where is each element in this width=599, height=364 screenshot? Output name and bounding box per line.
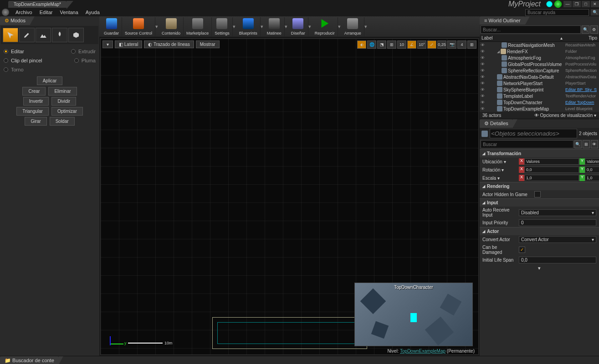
outliner-view-options[interactable]: 👁 Opciones de visualización ▾: [534, 113, 596, 118]
notification-icon[interactable]: [546, 1, 553, 7]
save-button[interactable]: Guardar: [101, 17, 122, 36]
priority-input[interactable]: [519, 219, 596, 226]
extrude-radio[interactable]: Extrudir: [71, 48, 96, 55]
outliner-tab[interactable]: ≡ World Outliner: [480, 16, 525, 25]
menu-file[interactable]: Archivo: [12, 9, 36, 16]
clip-radio[interactable]: Clip del pincel: [4, 57, 42, 64]
outliner-col-type[interactable]: Tipo: [564, 35, 597, 40]
weld-button[interactable]: Soldar: [50, 117, 75, 126]
matinee-button[interactable]: Matinee: [264, 17, 285, 36]
outliner-search-icon[interactable]: 🔍: [582, 25, 589, 34]
camera-speed-icon[interactable]: 📷: [447, 40, 456, 49]
divide-button[interactable]: Dividir: [51, 97, 76, 106]
pen-radio[interactable]: Pluma: [74, 57, 96, 64]
restore-button[interactable]: ❐: [573, 1, 581, 7]
visibility-eye-icon[interactable]: 👁: [481, 68, 486, 73]
hidden-checkbox[interactable]: [534, 191, 541, 197]
scale-snap-icon[interactable]: ⤢: [427, 40, 436, 49]
location-y-input[interactable]: [585, 158, 599, 165]
details-tab[interactable]: ⚙ Detalles: [480, 119, 513, 128]
menu-edit[interactable]: Editar: [36, 9, 56, 16]
minimize-button[interactable]: —: [563, 1, 572, 7]
actor-section[interactable]: Actor: [480, 227, 599, 235]
input-section[interactable]: Input: [480, 198, 599, 207]
expand-icon[interactable]: ▾: [538, 265, 541, 271]
visibility-eye-icon[interactable]: 👁: [481, 106, 486, 111]
viewport-viewmode-button[interactable]: ◐ Trazado de líneas: [144, 40, 194, 48]
apply-button[interactable]: Aplicar: [37, 76, 63, 85]
location-x-input[interactable]: [524, 158, 579, 165]
outliner-row[interactable]: 👁TopDownCharacterEditar TopDown: [480, 99, 599, 106]
source-control-button[interactable]: Source Control: [122, 17, 155, 36]
edit-radio[interactable]: Editar: [4, 48, 24, 55]
outliner-row[interactable]: 👁TopDownExampleMapLevel Blueprint: [480, 106, 599, 112]
invert-button[interactable]: Invertir: [23, 97, 49, 106]
visibility-eye-icon[interactable]: 👁: [481, 62, 486, 66]
launch-button[interactable]: Arranque: [342, 17, 364, 36]
details-search-icon[interactable]: 🔍: [574, 140, 582, 148]
marketplace-button[interactable]: Marketplace: [184, 17, 212, 36]
lathe-radio[interactable]: Torno: [4, 66, 24, 73]
outliner-filter-icon[interactable]: ⚙: [590, 25, 598, 34]
help-search-icon[interactable]: 🔍: [591, 9, 599, 15]
foliage-mode-icon[interactable]: [52, 28, 67, 42]
paint-mode-icon[interactable]: [19, 28, 35, 42]
visibility-eye-icon[interactable]: 👁: [481, 100, 486, 105]
visibility-eye-icon[interactable]: 👁: [481, 56, 486, 60]
outliner-row[interactable]: 👁RecastNavigationMeshRecastNavMesh: [480, 42, 599, 48]
grid-snap-value[interactable]: 10: [397, 40, 406, 49]
details-matrix-icon[interactable]: ⊞: [583, 140, 590, 148]
outliner-row[interactable]: 👁TemplateLabelTextRenderActor: [480, 93, 599, 99]
rotation-x-input[interactable]: [524, 167, 579, 173]
coord-space-icon[interactable]: 🌐: [367, 40, 376, 49]
play-button[interactable]: Reproducir: [312, 17, 338, 36]
grid-snap-icon[interactable]: ⊞: [387, 40, 396, 49]
outliner-row[interactable]: 👁AbstractNavData-DefaultAbstractNavData: [480, 74, 599, 80]
content-browser-tab[interactable]: 📁 Buscador de conte: [0, 356, 59, 364]
rendering-section[interactable]: Rendering: [480, 182, 599, 190]
details-eye-icon[interactable]: 👁: [591, 140, 598, 148]
viewport-perspective-button[interactable]: ◧ Lateral: [115, 40, 142, 48]
visibility-eye-icon[interactable]: 👁: [481, 75, 486, 79]
lifespan-input[interactable]: [519, 257, 596, 263]
geometry-mode-icon[interactable]: [68, 28, 84, 42]
angle-snap-icon[interactable]: ∠: [407, 40, 416, 49]
details-selection-input[interactable]: [490, 129, 577, 138]
auto-receive-dropdown[interactable]: Disabled▾: [519, 209, 596, 216]
unreal-logo-icon[interactable]: [2, 9, 9, 16]
landscape-mode-icon[interactable]: [36, 28, 51, 42]
details-search-input[interactable]: [481, 140, 573, 148]
outliner-row[interactable]: 👁AtmosphericFogAtmosphericFog: [480, 55, 599, 61]
triangulate-button[interactable]: Triangular: [16, 107, 49, 116]
settings-button[interactable]: Settings: [212, 17, 233, 36]
content-button[interactable]: Contenido: [159, 17, 184, 36]
menu-help[interactable]: Ayuda: [82, 9, 103, 16]
actor-type[interactable]: Editar BP_Sky_S: [565, 87, 598, 92]
outliner-row[interactable]: 👁GlobalPostProcessVolumePostProcessVolu: [480, 61, 599, 67]
delete-button[interactable]: Eliminar: [48, 87, 77, 96]
viewport-show-button[interactable]: Mostrar: [196, 40, 220, 48]
viewport[interactable]: ▾ ◧ Lateral ◐ Trazado de líneas Mostrar …: [100, 38, 479, 355]
visibility-eye-icon[interactable]: 👁: [481, 87, 486, 92]
transform-section[interactable]: Transformación: [480, 149, 599, 157]
build-button[interactable]: Diseñar: [288, 17, 308, 36]
optimize-button[interactable]: Optimizar: [51, 107, 83, 116]
maximize-button[interactable]: □: [582, 1, 590, 7]
create-button[interactable]: Crear: [22, 87, 46, 96]
visibility-eye-icon[interactable]: 👁: [481, 94, 486, 98]
transform-mode-icon[interactable]: ⬖: [357, 40, 366, 49]
scale-x-input[interactable]: [524, 175, 579, 181]
outliner-row[interactable]: 👁NetworkPlayerStartPlayerStart: [480, 80, 599, 86]
convert-dropdown[interactable]: Convert Actor▾: [519, 236, 596, 243]
viewport-menu-button[interactable]: ▾: [102, 40, 113, 48]
place-mode-icon[interactable]: [3, 28, 18, 42]
outliner-col-label[interactable]: Label: [481, 35, 558, 40]
blueprints-button[interactable]: Blueprints: [236, 17, 261, 36]
scale-snap-value[interactable]: 0,25: [437, 40, 446, 49]
outliner-row[interactable]: 👁◢RenderFXFolder: [480, 48, 599, 55]
visibility-eye-icon[interactable]: 👁: [481, 81, 486, 86]
surface-snap-icon[interactable]: ⬔: [377, 40, 386, 49]
camera-speed-value[interactable]: 4: [457, 40, 466, 49]
maximize-viewport-icon[interactable]: ⊞: [467, 40, 476, 49]
source-control-status-icon[interactable]: [554, 0, 562, 8]
